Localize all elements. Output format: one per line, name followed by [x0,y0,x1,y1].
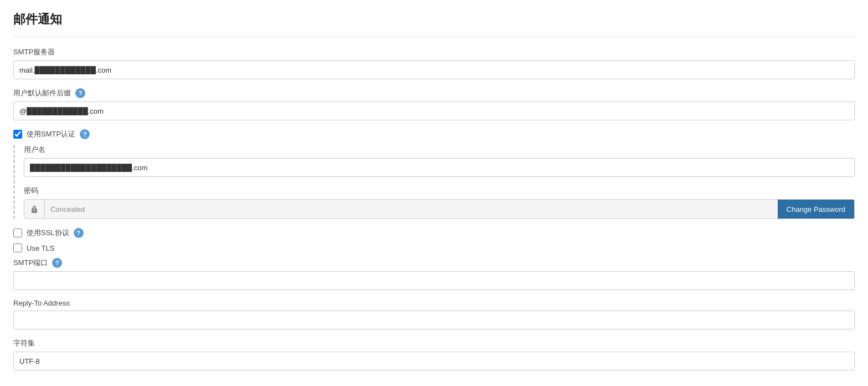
page-title: 邮件通知 [13,11,855,28]
smtp-auth-checkbox[interactable] [13,130,22,139]
email-suffix-input[interactable] [13,101,855,120]
smtp-port-help-icon[interactable]: ? [52,258,62,268]
username-input[interactable] [24,158,855,177]
smtp-server-section: SMTP服务器 [13,47,855,79]
smtp-auth-label[interactable]: 使用SMTP认证 [27,129,75,139]
tls-checkbox[interactable] [13,243,22,252]
ssl-help-icon[interactable]: ? [74,228,84,238]
password-section: 密码 Change Password [24,186,855,219]
smtp-port-input[interactable] [13,271,855,290]
email-suffix-label: 用户默认邮件后缀 [13,88,71,98]
password-label: 密码 [24,186,855,196]
email-suffix-section: 用户默认邮件后缀 ? [13,88,855,120]
smtp-port-label: SMTP端口 [13,258,48,268]
ssl-checkbox[interactable] [13,228,22,237]
smtp-auth-row: 使用SMTP认证 ? [13,129,855,139]
smtp-server-label: SMTP服务器 [13,47,855,57]
ssl-row: 使用SSL协议 ? [13,228,855,238]
change-password-button[interactable]: Change Password [778,200,854,219]
smtp-server-input[interactable] [13,60,855,79]
ssl-label[interactable]: 使用SSL协议 [27,228,69,238]
lock-svg [30,205,39,214]
username-label: 用户名 [24,145,855,155]
username-section: 用户名 [24,145,855,177]
reply-to-section: Reply-To Address [13,299,855,329]
charset-label: 字符集 [13,338,855,348]
email-suffix-help-icon[interactable]: ? [75,88,85,98]
smtp-auth-section: 用户名 密码 Change Password [13,145,855,219]
section-divider [13,37,855,37]
charset-section: 字符集 [13,338,855,370]
tls-label[interactable]: Use TLS [27,244,54,252]
lock-icon [24,200,45,219]
smtp-auth-help-icon[interactable]: ? [80,129,90,139]
reply-to-input[interactable] [13,311,855,329]
reply-to-label: Reply-To Address [13,299,855,307]
tls-row: Use TLS [13,243,855,252]
charset-input[interactable] [13,352,855,370]
password-field-wrapper: Change Password [24,199,855,219]
password-concealed-input [45,200,778,219]
smtp-port-section: SMTP端口 ? [13,258,855,290]
